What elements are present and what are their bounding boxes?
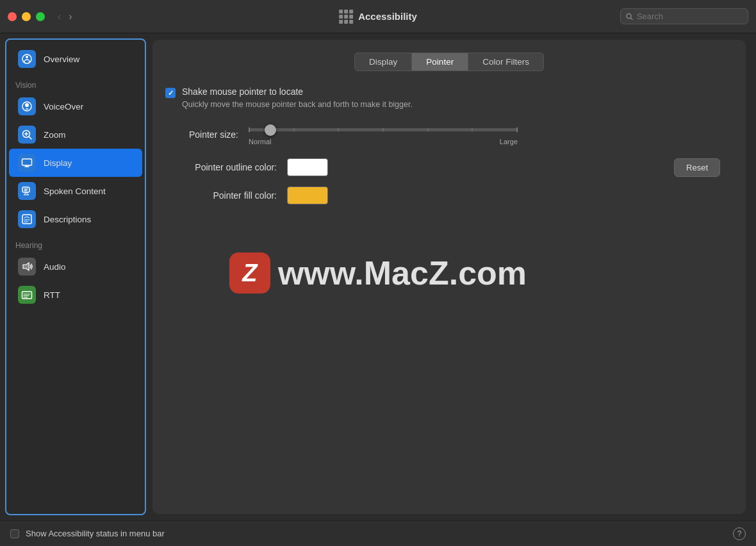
sidebar-item-audio[interactable]: Audio bbox=[9, 252, 142, 281]
slider-track-wrapper bbox=[249, 124, 518, 136]
sidebar-label-rtt: RTT bbox=[44, 290, 60, 300]
svg-marker-20 bbox=[23, 263, 29, 270]
sidebar: Overview Vision VoiceOver bbox=[5, 38, 146, 515]
spoken-content-icon bbox=[18, 182, 36, 200]
fill-color-swatch[interactable] bbox=[287, 186, 328, 204]
traffic-lights bbox=[8, 12, 45, 21]
display-icon bbox=[18, 154, 36, 172]
bottom-bar: Show Accessibility status in menu bar ? bbox=[0, 520, 756, 546]
sidebar-item-voiceover[interactable]: VoiceOver bbox=[9, 92, 142, 120]
tab-color-filters[interactable]: Color Filters bbox=[468, 53, 544, 71]
sidebar-label-voiceover: VoiceOver bbox=[44, 102, 83, 112]
search-bar[interactable] bbox=[620, 8, 748, 24]
descriptions-icon bbox=[18, 210, 36, 228]
reset-button[interactable]: Reset bbox=[674, 158, 720, 177]
content-panel: Display Pointer Color Filters Shake mous… bbox=[152, 40, 746, 514]
forward-button[interactable]: › bbox=[66, 10, 74, 24]
svg-point-0 bbox=[627, 13, 631, 18]
sidebar-item-zoom[interactable]: Zoom bbox=[9, 120, 142, 149]
sidebar-item-display[interactable]: Display bbox=[9, 149, 142, 177]
shake-text: Shake mouse pointer to locate Quickly mo… bbox=[182, 87, 413, 111]
shake-row: Shake mouse pointer to locate Quickly mo… bbox=[165, 87, 733, 111]
sidebar-label-descriptions: Descriptions bbox=[44, 215, 91, 224]
nav-arrows: ‹ › bbox=[55, 10, 75, 24]
color-rows: Pointer outline color: Reset Pointer fil… bbox=[168, 158, 733, 204]
outline-color-swatch[interactable] bbox=[287, 158, 328, 176]
tab-display[interactable]: Display bbox=[354, 53, 412, 71]
maximize-button[interactable] bbox=[36, 12, 45, 21]
minimize-button[interactable] bbox=[22, 12, 31, 21]
settings-content: Shake mouse pointer to locate Quickly mo… bbox=[165, 87, 733, 501]
svg-rect-17 bbox=[22, 215, 31, 224]
rtt-icon bbox=[18, 286, 36, 304]
sidebar-content: Overview Vision VoiceOver bbox=[6, 40, 145, 514]
accessibility-status-label: Show Accessibility status in menu bar bbox=[26, 529, 165, 538]
tab-bar: Display Pointer Color Filters bbox=[165, 53, 733, 71]
slider-label-normal: Normal bbox=[249, 138, 271, 145]
sidebar-label-display: Display bbox=[44, 158, 72, 168]
shake-description: Quickly move the mouse pointer back and … bbox=[182, 99, 413, 111]
svg-point-4 bbox=[25, 103, 29, 107]
slider-thumb[interactable] bbox=[265, 124, 276, 136]
pointer-size-row: Pointer size: bbox=[168, 124, 733, 145]
search-input[interactable] bbox=[637, 12, 743, 21]
slider-label-large: Large bbox=[500, 138, 518, 145]
sidebar-item-spoken-content[interactable]: Spoken Content bbox=[9, 177, 142, 205]
sidebar-section-hearing: Hearing bbox=[6, 233, 145, 252]
accessibility-status-checkbox[interactable] bbox=[10, 529, 19, 538]
shake-title: Shake mouse pointer to locate bbox=[182, 87, 413, 97]
svg-line-1 bbox=[631, 18, 632, 19]
sidebar-item-rtt[interactable]: RTT bbox=[9, 281, 142, 309]
window-title: Accessibility bbox=[358, 11, 417, 22]
fill-color-label: Pointer fill color: bbox=[168, 190, 277, 201]
content-area: Display Pointer Color Filters Shake mous… bbox=[146, 33, 756, 520]
sidebar-label-overview: Overview bbox=[44, 54, 79, 64]
titlebar: ‹ › Accessibility bbox=[0, 0, 756, 33]
svg-line-8 bbox=[29, 137, 32, 140]
slider-labels: Normal Large bbox=[249, 138, 518, 145]
svg-rect-11 bbox=[22, 159, 32, 165]
svg-rect-14 bbox=[22, 187, 29, 192]
search-icon bbox=[626, 13, 633, 21]
pointer-size-label: Pointer size: bbox=[168, 129, 238, 140]
overview-icon bbox=[18, 50, 36, 68]
zoom-icon bbox=[18, 126, 36, 144]
main-layout: Overview Vision VoiceOver bbox=[0, 33, 756, 520]
sidebar-item-overview[interactable]: Overview bbox=[9, 45, 142, 73]
outline-color-label: Pointer outline color: bbox=[168, 162, 277, 172]
slider-container: Normal Large bbox=[249, 124, 518, 145]
close-button[interactable] bbox=[8, 12, 17, 21]
sidebar-section-vision: Vision bbox=[6, 73, 145, 92]
fill-color-row: Pointer fill color: bbox=[168, 186, 733, 204]
shake-checkbox[interactable] bbox=[165, 88, 176, 98]
sidebar-item-descriptions[interactable]: Descriptions bbox=[9, 205, 142, 233]
app-grid-icon bbox=[339, 10, 353, 24]
outline-color-row: Pointer outline color: bbox=[168, 158, 733, 176]
slider-track bbox=[249, 128, 518, 131]
audio-icon bbox=[18, 258, 36, 276]
titlebar-center: Accessibility bbox=[339, 10, 417, 24]
svg-point-3 bbox=[26, 56, 28, 58]
sidebar-label-zoom: Zoom bbox=[44, 130, 66, 140]
help-button[interactable]: ? bbox=[733, 527, 746, 540]
sidebar-label-audio: Audio bbox=[44, 262, 66, 272]
tab-pointer[interactable]: Pointer bbox=[412, 53, 468, 71]
back-button[interactable]: ‹ bbox=[55, 10, 63, 24]
sidebar-label-spoken-content: Spoken Content bbox=[44, 186, 106, 196]
voiceover-icon bbox=[18, 97, 36, 115]
